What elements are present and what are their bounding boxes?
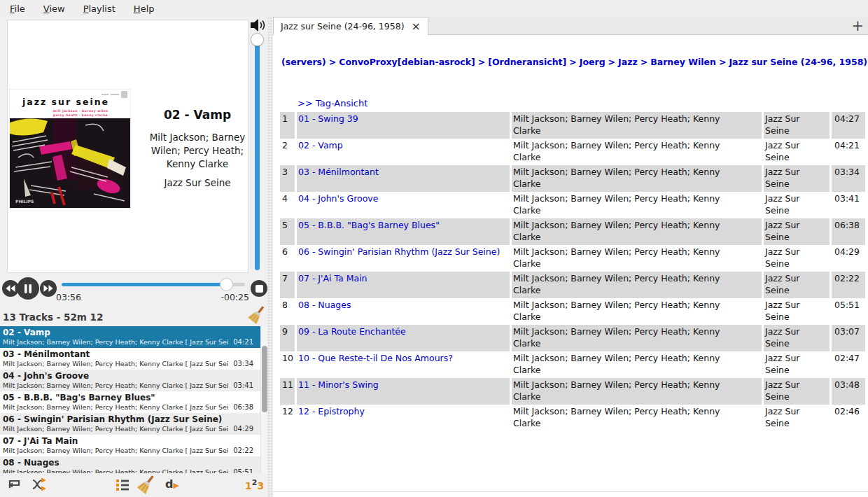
track-album: Jazz Sur Seine xyxy=(764,112,830,139)
seek-bar-fill xyxy=(62,283,227,286)
playlist-item[interactable]: 04 - John's GrooveMilt Jackson; Barney W… xyxy=(0,370,260,391)
track-artists: Milt Jackson; Barney Wilen; Percy Heath;… xyxy=(512,218,762,245)
seek-bar[interactable] xyxy=(62,283,245,286)
breadcrumb-separator: > xyxy=(606,57,618,67)
track-duration: 03:34 xyxy=(832,165,865,192)
track-title-link[interactable]: 06 - Swingin' Parisian Rhythm (Jazz Sur … xyxy=(298,246,500,257)
breadcrumb-link[interactable]: ConvoProxy[debian-asrock] xyxy=(339,57,475,67)
menu-view[interactable]: View xyxy=(43,4,65,14)
track-title-link[interactable]: 02 - Vamp xyxy=(298,140,343,150)
playlist-item-title: 07 - J'Ai Ta Main xyxy=(3,436,258,446)
browser-panel: Jazz sur Seine (24-96, 1958) × + (server… xyxy=(273,17,868,497)
breadcrumb-separator: > xyxy=(638,57,650,67)
track-title-cell: 06 - Swingin' Parisian Rhythm (Jazz Sur … xyxy=(297,245,510,272)
menu-help[interactable]: Help xyxy=(134,4,155,14)
track-duration: 03:07 xyxy=(832,325,865,351)
track-duration: 04:27 xyxy=(832,112,865,139)
track-row: 909 - La Route EnchantéeMilt Jackson; Ba… xyxy=(280,325,862,351)
new-tab-icon[interactable]: + xyxy=(851,18,864,34)
playlist-item-title: 08 - Nuages xyxy=(3,458,258,468)
track-number: 12 xyxy=(280,405,295,431)
stop-button[interactable] xyxy=(251,280,267,297)
pause-button[interactable] xyxy=(17,277,39,300)
track-title-link[interactable]: 04 - John's Groove xyxy=(298,193,378,204)
tab-label: Jazz sur Seine (24-96, 1958) xyxy=(281,21,405,31)
breadcrumb-separator: > xyxy=(716,57,729,67)
track-title-link[interactable]: 10 - Que Reste-t-il De Nos Amours? xyxy=(298,353,453,363)
track-table: 101 - Swing 39Milt Jackson; Barney Wilen… xyxy=(280,112,862,431)
breadcrumb: (servers)>ConvoProxy[debian-asrock]>[Ord… xyxy=(281,57,867,67)
playlist-item[interactable]: 08 - NuagesMilt Jackson; Barney Wilen; P… xyxy=(0,456,260,473)
playlist-item-duration: 03:41 xyxy=(233,382,253,389)
track-title-link[interactable]: 07 - J'Ai Ta Main xyxy=(298,273,368,284)
sort-numeric-icon[interactable]: 123 xyxy=(245,478,264,491)
breadcrumb-separator: > xyxy=(326,57,339,67)
breadcrumb-link[interactable]: (servers) xyxy=(281,57,326,67)
track-duration: 02:22 xyxy=(832,272,865,298)
breadcrumb-link[interactable]: Joerg xyxy=(580,57,606,67)
playlist-item-artists-album: Milt Jackson; Barney Wilen; Percy Heath;… xyxy=(3,424,228,434)
track-number: 3 xyxy=(280,165,295,192)
track-row: 1212 - EpistrophyMilt Jackson; Barney Wi… xyxy=(280,405,862,431)
list-icon[interactable] xyxy=(115,476,130,493)
shuffle-icon[interactable] xyxy=(31,476,49,493)
breadcrumb-link[interactable]: Jazz sur Seine (24-96, 1958) xyxy=(729,57,867,67)
track-title-link[interactable]: 12 - Epistrophy xyxy=(298,406,365,416)
playlist-item-artists-album: Milt Jackson; Barney Wilen; Percy Heath;… xyxy=(3,402,228,412)
time-elapsed: 03:56 xyxy=(56,292,81,302)
track-duration: 03:41 xyxy=(832,192,865,218)
track-title-cell: 12 - Epistrophy xyxy=(297,405,510,431)
track-number: 8 xyxy=(280,298,295,325)
menu-file[interactable]: File xyxy=(10,4,25,14)
track-title-link[interactable]: 05 - B.B.B. "Bag's Barney Blues" xyxy=(298,220,440,230)
clear-broom-icon[interactable] xyxy=(136,475,157,494)
tab-close-icon[interactable]: × xyxy=(412,22,421,31)
volume-slider[interactable] xyxy=(255,45,260,270)
tab-bar: Jazz sur Seine (24-96, 1958) × + xyxy=(273,17,868,35)
playlist-item[interactable]: 05 - B.B.B. "Bag's Barney Blues"Milt Jac… xyxy=(0,391,260,413)
speaker-icon[interactable] xyxy=(249,18,267,32)
track-title-link[interactable]: 01 - Swing 39 xyxy=(298,113,358,124)
breadcrumb-link[interactable]: [Ordneransicht] xyxy=(488,57,566,67)
track-number: 1 xyxy=(280,112,295,139)
player-panel: jazz sur seine milt jackson · barney wil… xyxy=(0,17,267,497)
track-album: Jazz Sur Seine xyxy=(764,139,830,165)
track-artists: Milt Jackson; Barney Wilen; Percy Heath;… xyxy=(512,405,762,431)
playlist-item[interactable]: 02 - VampMilt Jackson; Barney Wilen; Per… xyxy=(0,326,260,348)
album-art-painting: PHILIPS xyxy=(10,118,130,208)
panel-divider[interactable] xyxy=(267,17,273,497)
track-duration: 04:29 xyxy=(832,245,865,272)
track-duration: 06:38 xyxy=(832,218,865,245)
playlist-item[interactable]: 03 - MénilmontantMilt Jackson; Barney Wi… xyxy=(0,348,260,370)
album-cover: jazz sur seine milt jackson · barney wil… xyxy=(10,90,130,208)
philips-logo-mark xyxy=(102,91,127,98)
tag-view-link[interactable]: >> Tag-Ansicht xyxy=(298,98,368,108)
playlist-scrollbar-thumb[interactable] xyxy=(262,346,267,412)
seek-bar-knob[interactable] xyxy=(220,278,233,291)
volume-slider-knob[interactable] xyxy=(251,33,264,46)
clear-playlist-broom-icon[interactable] xyxy=(246,305,267,324)
breadcrumb-link[interactable]: Barney Wilen xyxy=(650,57,716,67)
repeat-icon[interactable] xyxy=(6,476,22,493)
playlist-item[interactable]: 06 - Swingin' Parisian Rhythm (Jazz Sur … xyxy=(0,413,260,435)
playlist-item-title: 06 - Swingin' Parisian Rhythm (Jazz Sur … xyxy=(3,414,258,424)
track-title-link[interactable]: 08 - Nuages xyxy=(298,300,351,310)
playlist-summary: 13 Tracks - 52m 12 xyxy=(3,312,103,323)
track-number: 5 xyxy=(280,218,295,245)
track-album: Jazz Sur Seine xyxy=(764,325,830,351)
track-row: 606 - Swingin' Parisian Rhythm (Jazz Sur… xyxy=(280,245,862,272)
track-title-link[interactable]: 03 - Ménilmontant xyxy=(298,167,379,177)
tab-jazz-sur-seine[interactable]: Jazz sur Seine (24-96, 1958) × xyxy=(273,17,428,35)
track-title-link[interactable]: 11 - Minor's Swing xyxy=(298,379,379,390)
now-playing-box: jazz sur seine milt jackson · barney wil… xyxy=(7,20,248,273)
breadcrumb-link[interactable]: Jazz xyxy=(618,57,638,67)
menu-playlist[interactable]: Playlist xyxy=(83,4,115,14)
track-album: Jazz Sur Seine xyxy=(764,351,830,378)
track-title-link[interactable]: 09 - La Route Enchantée xyxy=(298,326,406,337)
playlist-scrollbar[interactable] xyxy=(260,326,267,473)
next-button[interactable] xyxy=(40,280,57,297)
d-play-icon[interactable]: d▶ xyxy=(165,477,179,491)
playlist-item-artists-album: Milt Jackson; Barney Wilen; Percy Heath;… xyxy=(3,468,228,473)
playlist-item[interactable]: 07 - J'Ai Ta MainMilt Jackson; Barney Wi… xyxy=(0,435,260,456)
track-row: 808 - NuagesMilt Jackson; Barney Wilen; … xyxy=(280,298,862,325)
